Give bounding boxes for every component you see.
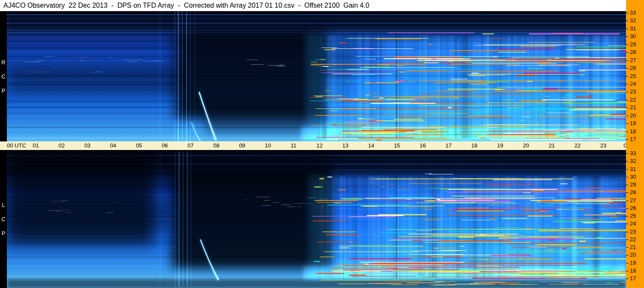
time-tick-label: 19: [497, 143, 503, 148]
freq-tick-label: 27: [630, 57, 636, 63]
freq-tick-mark: [626, 279, 629, 279]
freq-tick-mark: [626, 224, 629, 224]
freq-tick-mark: [626, 255, 629, 255]
polarization-letter: R: [1, 60, 5, 65]
time-tick-label: 02: [58, 143, 64, 148]
freq-tick-label: 20: [630, 113, 636, 118]
time-tick-label: 01: [33, 143, 39, 148]
freq-tick-label: 17: [630, 136, 636, 142]
freq-tick-label: 23: [630, 228, 636, 234]
polarization-letter: P: [2, 231, 6, 236]
freq-tick-mark: [626, 247, 629, 248]
time-tick-label: 10: [265, 143, 271, 148]
freq-tick-mark: [626, 139, 629, 140]
time-tick-label: 09: [239, 143, 245, 148]
time-tick-label: 22: [575, 143, 581, 148]
freq-tick-mark: [626, 68, 629, 69]
freq-tick-mark: [626, 271, 629, 271]
freq-tick-label: 28: [630, 49, 636, 55]
freq-tick-mark: [626, 76, 629, 77]
freq-tick-label: 29: [630, 42, 636, 47]
freq-tick-label: 30: [630, 33, 636, 39]
freq-tick-mark: [626, 36, 629, 37]
time-tick-label: 23: [600, 143, 606, 148]
time-axis: 00 UTC0102030405060708091011121314151617…: [0, 141, 644, 150]
freq-tick-label: 25: [630, 213, 636, 219]
time-tick-label: 04: [110, 143, 116, 148]
polarization-letter: L: [2, 202, 5, 208]
time-tick-label: 03: [84, 143, 90, 148]
freq-tick-mark: [626, 263, 629, 264]
freq-tick-label: 22: [630, 237, 636, 242]
time-tick-label: 13: [342, 143, 348, 148]
freq-tick-label: 33: [630, 150, 636, 156]
freq-tick-label: 18: [630, 128, 636, 134]
time-tick-label: 17: [446, 143, 452, 148]
time-tick-label: 20: [523, 143, 529, 148]
freq-tick-mark: [626, 240, 629, 240]
time-tick-label: 16: [419, 143, 425, 148]
polarization-label-lcp: LCP: [0, 150, 7, 288]
freq-tick-mark: [626, 185, 629, 185]
freq-tick-label: 21: [630, 105, 636, 110]
freq-tick-mark: [626, 100, 629, 100]
freq-tick-label: 30: [630, 174, 636, 180]
time-tick-label: 08: [213, 143, 219, 148]
freq-tick-label: 19: [630, 120, 636, 126]
freq-tick-mark: [626, 216, 629, 216]
freq-tick-label: 17: [630, 276, 636, 281]
freq-tick-label: 21: [630, 244, 636, 250]
freq-tick-label: 32: [630, 158, 636, 164]
polarization-letter: C: [1, 216, 5, 222]
freq-tick-mark: [626, 153, 629, 154]
freq-tick-mark: [626, 161, 629, 162]
freq-tick-label: 25: [630, 73, 636, 78]
freq-tick-mark: [626, 169, 629, 170]
freq-tick-label: 24: [630, 221, 636, 226]
spectrogram-panel-lcp: [7, 150, 626, 288]
time-tick-label: 18: [471, 143, 477, 148]
freq-tick-label: 22: [630, 97, 636, 102]
freq-tick-label: 20: [630, 252, 636, 258]
time-tick-label: 12: [317, 143, 323, 148]
freq-tick-mark: [626, 52, 629, 53]
freq-tick-label: 28: [630, 189, 636, 195]
time-tick-label: 07: [187, 143, 193, 148]
freq-tick-mark: [626, 84, 629, 84]
freq-tick-mark: [626, 201, 629, 201]
frequency-scale: 3332313029282726252423222120191817333231…: [626, 0, 644, 288]
freq-tick-label: 19: [630, 260, 636, 265]
freq-tick-label: 23: [630, 89, 636, 94]
freq-tick-label: 29: [630, 182, 636, 187]
freq-tick-mark: [626, 108, 629, 108]
freq-tick-mark: [626, 29, 629, 29]
freq-tick-label: 31: [630, 166, 636, 171]
freq-tick-mark: [626, 13, 629, 13]
polarization-label-rcp: RCP: [0, 11, 7, 141]
freq-tick-label: 33: [630, 10, 636, 15]
freq-tick-mark: [626, 208, 629, 209]
freq-tick-mark: [626, 132, 629, 132]
freq-tick-mark: [626, 192, 629, 193]
time-tick-label: 15: [394, 143, 400, 148]
time-tick-label: 06: [162, 143, 168, 148]
freq-tick-label: 26: [630, 205, 636, 211]
freq-tick-label: 32: [630, 18, 636, 23]
title-bar: AJ4CO Observatory 22 Dec 2013 - DPS on T…: [0, 0, 626, 11]
freq-tick-label: 27: [630, 197, 636, 203]
freq-tick-mark: [626, 116, 629, 116]
freq-tick-mark: [626, 177, 629, 177]
spectrogram-panel-rcp: [7, 11, 626, 141]
freq-tick-mark: [626, 232, 629, 232]
time-tick-label: 11: [291, 143, 297, 148]
freq-tick-label: 26: [630, 65, 636, 71]
freq-tick-mark: [626, 60, 629, 61]
freq-tick-mark: [626, 21, 629, 21]
freq-tick-label: 31: [630, 26, 636, 31]
screen: AJ4CO Observatory 22 Dec 2013 - DPS on T…: [0, 0, 644, 288]
freq-tick-mark: [626, 123, 629, 124]
polarization-letter: C: [1, 74, 5, 79]
polarization-letter: P: [2, 88, 6, 93]
time-tick-label: 21: [548, 143, 554, 148]
freq-tick-label: 24: [630, 81, 636, 87]
